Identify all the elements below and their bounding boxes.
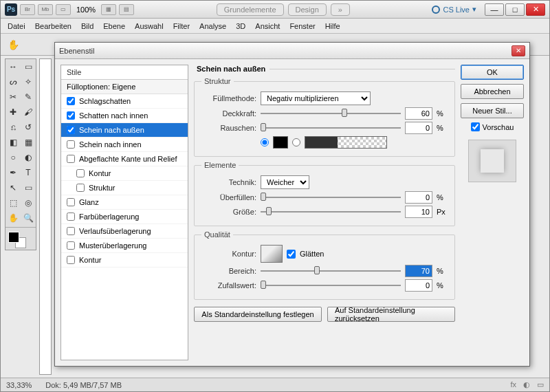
style-item[interactable]: Schein nach innen: [61, 138, 188, 152]
zoom-level[interactable]: 100%: [74, 6, 98, 14]
maximize-button[interactable]: □: [505, 3, 525, 16]
fill-options[interactable]: Fülloptionen: Eigene: [61, 80, 188, 94]
cancel-button[interactable]: Abbrechen: [461, 84, 524, 99]
style-checkbox[interactable]: [67, 213, 75, 221]
jitter-slider[interactable]: [261, 281, 401, 290]
reset-default-button[interactable]: Auf Standardeinstellung zurücksetzen: [327, 307, 455, 322]
dialog-titlebar[interactable]: Ebenenstil ✕: [55, 43, 529, 59]
style-item[interactable]: Struktur: [61, 181, 188, 195]
menu-bearbeiten[interactable]: Bearbeiten: [35, 22, 72, 30]
style-checkbox[interactable]: [67, 227, 75, 235]
blur-tool[interactable]: ○: [6, 150, 21, 165]
menu-ansicht[interactable]: Ansicht: [255, 22, 280, 30]
menu-ebene[interactable]: Ebene: [103, 22, 125, 30]
make-default-button[interactable]: Als Standardeinstellung festlegen: [194, 307, 322, 322]
workspace-grundelemente[interactable]: Grundelemente: [217, 3, 284, 16]
style-checkbox[interactable]: [67, 126, 75, 134]
range-slider[interactable]: [261, 266, 401, 276]
size-input[interactable]: [405, 206, 432, 218]
hand-tool-icon[interactable]: ✋: [6, 38, 20, 52]
style-checkbox[interactable]: [76, 169, 85, 177]
pen-tool[interactable]: ✒: [6, 165, 21, 180]
path-tool[interactable]: ↖: [6, 180, 21, 195]
color-swatches[interactable]: [6, 229, 36, 250]
new-style-button[interactable]: Neuer Stil...: [461, 103, 524, 118]
style-checkbox[interactable]: [67, 155, 75, 163]
minibridge-icon[interactable]: Mb: [38, 4, 53, 15]
range-input[interactable]: 70: [405, 265, 432, 277]
style-item[interactable]: Verlaufsüberlagerung: [61, 224, 188, 239]
stamp-tool[interactable]: ⎌: [6, 120, 21, 135]
glow-color-swatch[interactable]: [273, 136, 288, 149]
shape-tool[interactable]: ▭: [21, 180, 36, 195]
history-brush-tool[interactable]: ↺: [21, 120, 36, 135]
style-item[interactable]: Kontur: [61, 166, 188, 181]
glow-gradient-swatch[interactable]: [305, 136, 387, 149]
style-item[interactable]: Glanz: [61, 195, 188, 210]
type-tool[interactable]: T: [21, 165, 36, 180]
ok-button[interactable]: OK: [461, 65, 524, 80]
workspace-more[interactable]: »: [331, 3, 350, 16]
eyedropper-tool[interactable]: ✎: [21, 89, 36, 105]
styles-header[interactable]: Stile: [61, 65, 188, 80]
gradient-tool[interactable]: ▦: [21, 135, 36, 150]
style-item[interactable]: Schlagschatten: [61, 94, 188, 109]
dialog-close-button[interactable]: ✕: [512, 45, 525, 56]
style-checkbox[interactable]: [76, 184, 85, 192]
technique-select[interactable]: Weicher: [261, 175, 309, 189]
menu-datei[interactable]: Datei: [8, 22, 25, 30]
menu-analyse[interactable]: Analyse: [199, 22, 226, 30]
menu-hilfe[interactable]: Hilfe: [325, 22, 340, 30]
size-slider[interactable]: [261, 207, 401, 217]
eraser-tool[interactable]: ◧: [6, 135, 21, 150]
status-icon[interactable]: ▭: [537, 380, 544, 389]
jitter-input[interactable]: [405, 279, 432, 292]
menu-auswahl[interactable]: Auswahl: [135, 22, 164, 30]
color-radio[interactable]: [261, 138, 269, 146]
menu-bild[interactable]: Bild: [81, 22, 94, 30]
hand-tool[interactable]: ✋: [6, 210, 21, 226]
cs-live[interactable]: CS Live ▾: [432, 5, 476, 14]
lasso-tool[interactable]: ᔕ: [6, 74, 21, 89]
marquee-tool[interactable]: ▭: [21, 59, 36, 74]
bridge-icon[interactable]: Br: [20, 4, 35, 15]
contour-picker[interactable]: [261, 245, 283, 263]
opacity-input[interactable]: [405, 107, 432, 120]
crop-tool[interactable]: ✂: [6, 89, 21, 105]
style-checkbox[interactable]: [67, 241, 75, 250]
antialias-checkbox[interactable]: [287, 250, 296, 259]
wand-tool[interactable]: ✧: [21, 74, 36, 89]
blendmode-select[interactable]: Negativ multiplizieren: [261, 91, 371, 105]
style-checkbox[interactable]: [67, 111, 75, 120]
camera-tool[interactable]: ◎: [21, 195, 36, 210]
style-item[interactable]: Farbüberlagerung: [61, 210, 188, 224]
workspace-design[interactable]: Design: [288, 3, 327, 16]
style-checkbox[interactable]: [67, 97, 75, 105]
arrange-icon[interactable]: ▤: [119, 4, 134, 15]
style-checkbox[interactable]: [67, 256, 75, 264]
screen-mode-icon[interactable]: ▭: [56, 4, 71, 15]
dodge-tool[interactable]: ◐: [21, 150, 36, 165]
menu-3d[interactable]: 3D: [236, 22, 245, 30]
status-icon[interactable]: ◐: [523, 380, 530, 389]
style-item[interactable]: Kontur: [61, 253, 188, 268]
noise-input[interactable]: [405, 122, 432, 134]
zoom-tool[interactable]: 🔍: [21, 210, 36, 226]
style-checkbox[interactable]: [67, 198, 75, 206]
menu-filter[interactable]: Filter: [173, 22, 190, 30]
noise-slider[interactable]: [261, 123, 401, 133]
3d-tool[interactable]: ⬚: [6, 195, 21, 210]
view-extras-icon[interactable]: ▦: [101, 4, 116, 15]
status-zoom[interactable]: 33,33%: [6, 381, 32, 389]
style-item[interactable]: Abgeflachte Kante und Relief: [61, 152, 188, 166]
heal-tool[interactable]: ✚: [6, 105, 21, 120]
opacity-slider[interactable]: [261, 109, 401, 118]
style-item[interactable]: Schein nach außen: [61, 123, 188, 138]
close-button[interactable]: ✕: [526, 3, 545, 16]
style-checkbox[interactable]: [67, 140, 75, 149]
style-item[interactable]: Schatten nach innen: [61, 109, 188, 123]
menu-fenster[interactable]: Fenster: [289, 22, 315, 30]
brush-tool[interactable]: 🖌: [21, 105, 36, 120]
spread-slider[interactable]: [261, 193, 401, 202]
minimize-button[interactable]: —: [485, 3, 504, 16]
